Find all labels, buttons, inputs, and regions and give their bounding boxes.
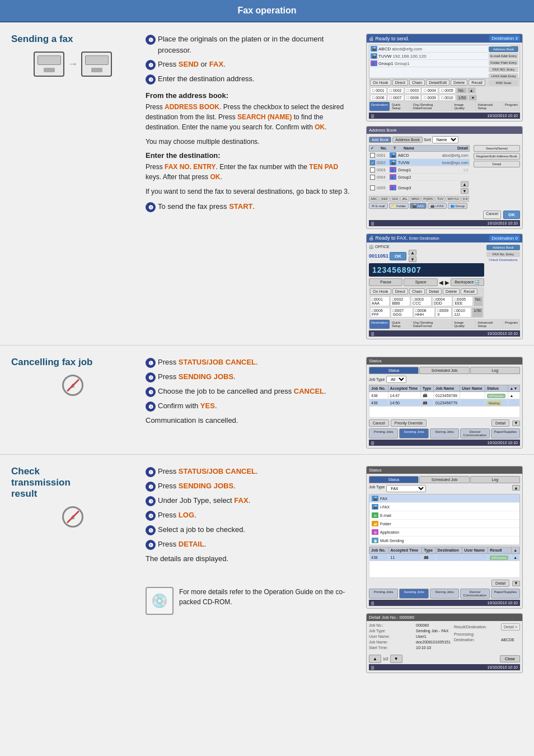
email-btn[interactable]: E-mail Addr Entry [489, 53, 518, 59]
chain-btn[interactable]: Chain [409, 80, 425, 86]
detail-btn[interactable]: Detail [474, 161, 520, 167]
no-btn[interactable]: No. [456, 87, 467, 94]
addr-row-0004[interactable]: 0004 👥 Group2 [369, 174, 470, 181]
col-scroll[interactable]: ▲▼ [508, 385, 519, 392]
register-edit-btn[interactable]: Register/Edit Address Book [474, 153, 520, 160]
address-book-btn[interactable]: Address Book [489, 46, 518, 52]
scroll-up-2[interactable]: ▲ [467, 87, 476, 94]
fax-n0005[interactable]: □0005 EEE [453, 296, 473, 306]
fax-advanced-tab[interactable]: Advanced Setup [476, 320, 503, 329]
sending-jobs-tab[interactable]: Sending Jobs [399, 428, 428, 438]
alpha-jkl[interactable]: JKL [400, 196, 409, 202]
num-0002[interactable]: □ 0002 [387, 87, 404, 94]
check-table-scroll-down[interactable]: ▼ [512, 581, 520, 586]
check-0005[interactable] [370, 185, 375, 190]
backspace-btn[interactable]: Backspace 🔙 [451, 278, 484, 286]
cancel-btn[interactable]: Cancel [483, 211, 501, 219]
fax-image-quality-tab[interactable]: Image Quality [452, 320, 475, 329]
check-0003[interactable] [370, 167, 375, 172]
fax-quick-setup-tab[interactable]: Quick Setup [390, 320, 411, 329]
fax-scroll-down[interactable]: ▼ [409, 256, 416, 262]
fax-n0008[interactable]: □0008 HHH [414, 307, 435, 318]
email-tab[interactable]: ✉ E-mail [369, 203, 388, 209]
scroll-down-3[interactable]: ▼ [469, 95, 477, 101]
fax-n0002[interactable]: □0002 BBB [390, 296, 410, 306]
on-hook-btn[interactable]: On Hook [370, 80, 391, 86]
check-job-type-dropdown[interactable]: FAX i-FAX E-mail Folder Application Mult… [386, 485, 426, 492]
status-tab-scheduled[interactable]: Scheduled Job [419, 367, 469, 374]
folder-tab[interactable]: 📁 Folder [389, 203, 409, 209]
check-sending-tab[interactable]: Sending Jobs [399, 589, 428, 599]
priority-override-btn[interactable]: Priority Override [391, 419, 427, 427]
check-0001[interactable] [370, 153, 375, 158]
detail-edit-btn[interactable]: Detail/Edit [426, 80, 449, 86]
close-detail-btn[interactable]: Close [500, 655, 520, 662]
check-0002[interactable]: ✓ [370, 160, 375, 165]
addr-scroll-up[interactable]: ▲ [461, 181, 469, 187]
org-sending-tab[interactable]: Org./Sending Data/Format [411, 102, 452, 111]
alpha-tuv[interactable]: TUV [435, 196, 445, 202]
fax-type-email[interactable]: ✉ E-mail [369, 511, 519, 520]
printing-jobs-tab[interactable]: Printing Jobs [369, 428, 398, 438]
device-comm-tab[interactable]: Device/ Communication [460, 428, 489, 438]
check-job-type-select[interactable]: FAX i-FAX E-mail Folder Application Mult… [386, 485, 426, 492]
fax-n0001[interactable]: □0001 AAA [370, 296, 390, 306]
fax-type-folder[interactable]: 📁 Folder [369, 520, 519, 528]
paper-supplies-tab[interactable]: Paper/Supplies [491, 428, 520, 438]
fax-n0007[interactable]: □0007 GGG [391, 307, 413, 318]
num-0006[interactable]: □ 0006 [370, 95, 387, 101]
check-col-scroll[interactable]: ▲ [512, 547, 520, 554]
fax-direct[interactable]: Direct [392, 288, 408, 295]
direct-btn[interactable]: Direct [392, 80, 408, 86]
detail-job-btn[interactable]: Detail [491, 419, 509, 427]
image-quality-tab[interactable]: Image Quality [452, 102, 475, 111]
check-storing-tab[interactable]: Storing Jobs [430, 589, 459, 599]
num-0004[interactable]: □ 0004 [421, 87, 438, 94]
addr-sort-select[interactable]: Name [432, 136, 458, 143]
program-tab[interactable]: Program [503, 102, 519, 111]
fax-org-sending-tab[interactable]: Org./Sending Data/Format [411, 320, 452, 329]
advanced-tab[interactable]: Advanced Setup [476, 102, 503, 111]
addr-scroll-down[interactable]: ▼ [461, 188, 469, 194]
table-row[interactable]: 438 14:47 📠 0123456789 InProcess ▲ [369, 392, 520, 399]
check-paper-tab[interactable]: Paper/Supplies [491, 589, 520, 599]
fax-type-ifax[interactable]: 📠 i-FAX [369, 503, 519, 511]
storing-jobs-tab[interactable]: Storing Jobs [430, 428, 459, 438]
ifax-tab[interactable]: 📠 i-FAX [428, 203, 446, 209]
fax-ok-btn[interactable]: OK [390, 252, 406, 260]
fax-chain[interactable]: Chain [409, 288, 425, 295]
delete-btn[interactable]: Delete [451, 80, 467, 86]
fax-dest-tab[interactable]: Destination [369, 320, 390, 329]
check-detail-btn[interactable]: Detail [491, 580, 509, 587]
fax-tab[interactable]: 📠 FAX [410, 203, 427, 209]
check-scheduled-tab[interactable]: Scheduled Job [419, 476, 469, 483]
fax-scroll-up[interactable]: ▲ [409, 250, 416, 255]
num-0003[interactable]: □ 0003 [405, 87, 421, 94]
fax-n0010[interactable]: □0010 JJJ [452, 307, 471, 318]
job-type-select[interactable]: All [386, 376, 406, 383]
pause-btn[interactable]: Pause [369, 278, 402, 286]
space-btn[interactable]: Space [404, 278, 437, 286]
fax-n0006[interactable]: □0006 FFF [370, 307, 390, 318]
status-tab-status[interactable]: Status [369, 367, 419, 374]
alpha-abc[interactable]: ABC [369, 196, 379, 202]
check-log-tab[interactable]: Log [470, 476, 520, 483]
recall-btn[interactable]: Recall [469, 80, 485, 86]
addr-row-0002[interactable]: ✓ 0002 📠 TUVW tuvw@xyz.com [369, 159, 470, 166]
fax-type-multi[interactable]: 📋 Multi Sending [369, 536, 519, 545]
fax-type-app[interactable]: ⚙ Application [369, 528, 519, 536]
table-row[interactable]: 439 14:50 📠 0123456779 Waiting [369, 399, 520, 407]
check-scroll-up[interactable]: ▲ [512, 485, 520, 491]
cancel-job-btn[interactable]: Cancel [369, 419, 389, 427]
group-tab[interactable]: 👥 Group [448, 203, 467, 209]
nav-up-btn[interactable]: ▲ [369, 655, 381, 663]
alpha-pqrs[interactable]: PQRS [421, 196, 434, 202]
alpha-def[interactable]: DEF [380, 196, 390, 202]
num-0005[interactable]: □ 0005 [439, 87, 456, 94]
num-0007[interactable]: □ 0007 [387, 95, 404, 101]
num-0010[interactable]: □ 0010 [439, 95, 456, 101]
addr-row-0003[interactable]: 0003 👥 Group1 1/2 [369, 166, 470, 174]
search-name-btn[interactable]: Search(Name) [474, 145, 520, 152]
rsd-scan-btn[interactable]: RSD Scan [489, 80, 518, 86]
detail-result-btn[interactable]: Detail > [501, 623, 520, 631]
